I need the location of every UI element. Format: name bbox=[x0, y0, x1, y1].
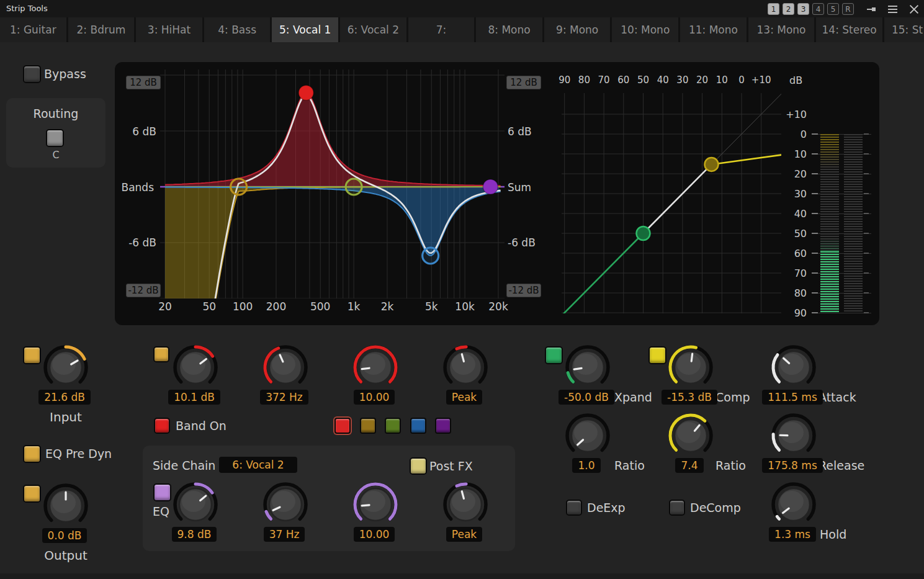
bypass-checkbox[interactable] bbox=[23, 65, 41, 83]
bypass-label: Bypass bbox=[44, 67, 86, 81]
snapshot-button-R[interactable]: R bbox=[842, 3, 854, 15]
sc-q-value[interactable]: 10.00 bbox=[337, 527, 411, 542]
hold-knob[interactable] bbox=[769, 480, 819, 529]
output-value[interactable]: 0.0 dB bbox=[27, 528, 102, 543]
sc-gain-knob[interactable] bbox=[171, 480, 220, 529]
eq-pre-dyn-checkbox[interactable] bbox=[23, 445, 41, 463]
sc-q-knob[interactable] bbox=[351, 480, 400, 529]
dyn-output-tick-20: 20 bbox=[773, 168, 807, 180]
sc-freq-value[interactable]: 37 Hz bbox=[247, 527, 321, 542]
snapshot-button-4[interactable]: 4 bbox=[812, 3, 824, 15]
title-bar[interactable]: Strip Tools 12345R bbox=[0, 0, 924, 17]
tab-1[interactable]: 1: Guitar bbox=[0, 17, 66, 42]
sc-type-value[interactable]: Peak bbox=[427, 527, 501, 542]
tab-9[interactable]: 9: Mono bbox=[544, 17, 611, 42]
dyn-handle-compressor[interactable] bbox=[704, 158, 718, 171]
side-chain-source-dropdown[interactable]: 6: Vocal 2 bbox=[219, 457, 297, 473]
eq-top-left-badge[interactable]: 12 dB bbox=[126, 76, 161, 89]
eq-bands-label: Bands bbox=[117, 181, 154, 194]
input-knob[interactable] bbox=[41, 343, 91, 392]
tab-3[interactable]: 3: HiHat bbox=[136, 17, 202, 42]
snapshot-button-2[interactable]: 2 bbox=[783, 3, 794, 15]
decomp-checkbox[interactable] bbox=[669, 500, 685, 516]
comp-threshold-value[interactable]: -15.3 dB bbox=[652, 390, 727, 405]
snapshot-button-1[interactable]: 1 bbox=[768, 3, 779, 15]
tab-6[interactable]: 6: Vocal 2 bbox=[340, 17, 406, 42]
output-label: Output bbox=[29, 548, 103, 563]
tab-11[interactable]: 11: Mono bbox=[680, 17, 747, 42]
close-icon[interactable] bbox=[909, 4, 919, 14]
attack-value[interactable]: 111.5 ms bbox=[755, 390, 830, 405]
eq-handle-band-1-low-cut[interactable] bbox=[231, 179, 247, 195]
eq-handle-band-2-bell[interactable] bbox=[298, 86, 313, 101]
tab-7[interactable]: 7: bbox=[408, 17, 475, 42]
band-color-swatch-4[interactable] bbox=[410, 418, 426, 434]
tab-5[interactable]: 5: Vocal 1 bbox=[272, 17, 338, 42]
xpand-threshold-value[interactable]: -50.0 dB bbox=[549, 390, 624, 405]
output-enable-checkbox[interactable] bbox=[23, 485, 41, 503]
band-q-knob[interactable] bbox=[351, 343, 400, 392]
tab-13[interactable]: 14: Stereo bbox=[816, 17, 882, 42]
band-color-swatch-2[interactable] bbox=[360, 418, 376, 434]
hold-value[interactable]: 1.3 ms bbox=[755, 527, 830, 542]
eq-top-right-badge[interactable]: 12 dB bbox=[506, 76, 541, 89]
release-knob[interactable] bbox=[769, 411, 819, 460]
eq-bottom-left-badge[interactable]: -12 dB bbox=[126, 284, 161, 297]
tab-2[interactable]: 2: Bdrum bbox=[68, 17, 135, 42]
output-knob[interactable] bbox=[41, 481, 91, 531]
deexp-checkbox[interactable] bbox=[566, 500, 582, 516]
band-color-swatch-3[interactable] bbox=[385, 418, 401, 434]
meter-tick-left bbox=[812, 253, 818, 254]
eq-bottom-right-badge[interactable]: -12 dB bbox=[506, 284, 541, 297]
post-fx-checkbox[interactable] bbox=[410, 457, 427, 475]
tab-8[interactable]: 8: Mono bbox=[476, 17, 542, 42]
input-value[interactable]: 21.6 dB bbox=[27, 390, 102, 405]
band-gain-value[interactable]: 10.1 dB bbox=[157, 390, 231, 405]
band-type-value[interactable]: Peak bbox=[427, 390, 501, 405]
comp-ratio-value[interactable]: 7.4 bbox=[652, 458, 727, 473]
band-color-swatch-5[interactable] bbox=[435, 418, 451, 434]
snapshot-button-5[interactable]: 5 bbox=[827, 3, 839, 15]
attack-knob[interactable] bbox=[769, 343, 819, 392]
routing-c-button[interactable] bbox=[46, 129, 64, 147]
release-value[interactable]: 175.8 ms bbox=[755, 458, 830, 473]
band-q-value[interactable]: 10.00 bbox=[337, 390, 411, 405]
band-on-checkbox[interactable] bbox=[154, 418, 170, 434]
comp-threshold-knob[interactable] bbox=[666, 343, 715, 392]
comp-ratio-knob[interactable] bbox=[666, 411, 715, 460]
sc-gain-value[interactable]: 9.8 dB bbox=[157, 527, 231, 542]
band-freq-knob[interactable] bbox=[261, 343, 310, 392]
band-gain-knob[interactable] bbox=[171, 343, 220, 392]
sc-freq-knob[interactable] bbox=[261, 480, 310, 529]
side-chain-eq-checkbox[interactable] bbox=[153, 483, 171, 501]
dyn-handle-expander[interactable] bbox=[637, 227, 650, 240]
eq-and-dynamics-graph[interactable] bbox=[115, 62, 879, 325]
post-fx-label: Post FX bbox=[429, 459, 473, 473]
decomp-label: DeComp bbox=[690, 501, 741, 514]
band-freq-value[interactable]: 372 Hz bbox=[247, 390, 321, 405]
tab-4[interactable]: 4: Bass bbox=[204, 17, 271, 42]
eq-handle-band-4-bell[interactable] bbox=[423, 248, 439, 264]
tab-12[interactable]: 13: Mono bbox=[748, 17, 815, 42]
eq-handle-band-5-flat[interactable] bbox=[483, 179, 498, 194]
sc-type-knob[interactable] bbox=[441, 480, 490, 529]
band-type-knob[interactable] bbox=[441, 343, 490, 392]
band-q-value-text: 10.00 bbox=[354, 390, 395, 405]
tab-14[interactable]: 15: St bbox=[884, 17, 924, 42]
xpand-threshold-knob[interactable] bbox=[563, 343, 612, 392]
tab-10[interactable]: 10: Mono bbox=[612, 17, 678, 42]
band-color-swatch-1[interactable] bbox=[334, 418, 351, 434]
meter-tick-left bbox=[812, 292, 818, 294]
xpand-ratio-value[interactable]: 1.0 bbox=[549, 458, 624, 473]
band-type-value-text: Peak bbox=[446, 390, 482, 405]
menu-icon[interactable] bbox=[888, 6, 897, 13]
dock-icon[interactable] bbox=[866, 4, 876, 14]
input-enable-checkbox[interactable] bbox=[23, 346, 41, 364]
eq-handle-band-3-bell[interactable] bbox=[346, 179, 362, 195]
snapshot-button-3[interactable]: 3 bbox=[797, 3, 809, 15]
comp-enable-checkbox[interactable] bbox=[648, 346, 666, 364]
channel-tab-bar: 1: Guitar2: Bdrum3: HiHat4: Bass5: Vocal… bbox=[0, 17, 924, 42]
xpand-enable-checkbox[interactable] bbox=[545, 346, 563, 364]
xpand-ratio-knob[interactable] bbox=[563, 411, 612, 460]
band-select-checkbox[interactable] bbox=[153, 346, 169, 362]
